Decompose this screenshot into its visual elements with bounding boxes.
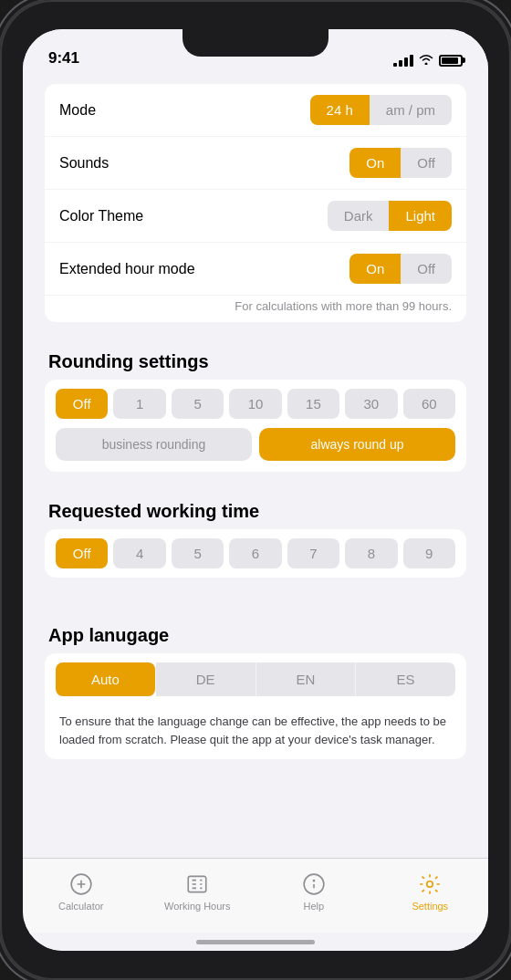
tab-help-label: Help: [303, 901, 324, 912]
language-card: Auto DE EN ES To ensure that the languag…: [45, 653, 466, 759]
theme-light-button[interactable]: Light: [389, 201, 452, 231]
lang-es-button[interactable]: ES: [356, 662, 455, 696]
notch: [182, 29, 328, 57]
rounding-card: Off 1 5 10 15 30 60 business rounding al…: [45, 380, 466, 472]
tab-calculator-label: Calculator: [58, 901, 104, 912]
signal-icon: [393, 55, 413, 67]
extended-hour-toggle-group: On Off: [349, 254, 452, 284]
svg-rect-1: [189, 876, 207, 891]
time-8-button[interactable]: 8: [345, 538, 397, 568]
round-1-button[interactable]: 1: [113, 389, 165, 419]
tab-help[interactable]: Help: [256, 868, 372, 915]
extended-off-button[interactable]: Off: [401, 254, 452, 284]
tab-bar: Calculator Working Hours: [23, 858, 488, 933]
phone-frame: 9:41: [0, 0, 511, 980]
working-hours-icon: [184, 871, 210, 897]
screen: 9:41: [23, 29, 488, 951]
rounding-type-row: business rounding always round up: [45, 428, 466, 472]
rounding-header: Rounding settings: [45, 337, 466, 380]
time-6-button[interactable]: 6: [229, 538, 281, 568]
business-rounding-button[interactable]: business rounding: [56, 428, 252, 461]
time-9-button[interactable]: 9: [403, 538, 455, 568]
rounding-values-row: Off 1 5 10 15 30 60: [45, 380, 466, 428]
lang-en-button[interactable]: EN: [256, 662, 357, 696]
sounds-toggle-group: On Off: [349, 148, 452, 178]
mode-ampm-button[interactable]: am / pm: [370, 95, 452, 125]
requested-time-card: Off 4 5 6 7 8 9: [45, 529, 466, 578]
time-7-button[interactable]: 7: [287, 538, 339, 568]
requested-time-header: Requested working time: [45, 486, 466, 529]
extended-on-button[interactable]: On: [349, 254, 401, 284]
tab-working-hours-label: Working Hours: [164, 901, 231, 912]
round-15-button[interactable]: 15: [287, 389, 339, 419]
round-10-button[interactable]: 10: [229, 389, 281, 419]
lang-auto-button[interactable]: Auto: [56, 662, 156, 696]
mode-toggle-group: 24 h am / pm: [310, 95, 452, 125]
tab-settings-label: Settings: [412, 901, 448, 912]
round-5-button[interactable]: 5: [172, 389, 224, 419]
requested-time-values-row: Off 4 5 6 7 8 9: [45, 529, 466, 578]
sounds-row: Sounds On Off: [45, 137, 466, 190]
language-note: To ensure that the language change can b…: [45, 705, 466, 759]
calculator-icon: [68, 871, 94, 897]
mode-row: Mode 24 h am / pm: [45, 84, 466, 137]
always-round-up-button[interactable]: always round up: [259, 428, 455, 461]
color-theme-row: Color Theme Dark Light: [45, 190, 466, 243]
home-indicator: [23, 933, 488, 951]
round-30-button[interactable]: 30: [345, 389, 397, 419]
language-header: App lanugage: [45, 610, 466, 653]
main-content: Mode 24 h am / pm Sounds On Off: [23, 75, 488, 858]
sounds-on-button[interactable]: On: [349, 148, 401, 178]
svg-point-3: [313, 881, 314, 881]
mode-label: Mode: [59, 102, 96, 119]
round-off-button[interactable]: Off: [56, 389, 108, 419]
sounds-label: Sounds: [59, 155, 109, 172]
color-theme-toggle-group: Dark Light: [328, 201, 452, 231]
help-icon: [301, 871, 327, 897]
home-bar: [196, 940, 315, 944]
theme-dark-button[interactable]: Dark: [328, 201, 390, 231]
tab-calculator[interactable]: Calculator: [23, 868, 140, 915]
language-options-row: Auto DE EN ES: [45, 653, 466, 705]
wifi-icon: [419, 53, 433, 68]
sounds-off-button[interactable]: Off: [401, 148, 452, 178]
time-off-button[interactable]: Off: [56, 538, 108, 568]
time-5-button[interactable]: 5: [172, 538, 224, 568]
status-icons: [393, 53, 463, 68]
lang-de-button[interactable]: DE: [156, 662, 256, 696]
extended-hour-note: For calculations with more than 99 hours…: [45, 296, 466, 322]
color-theme-label: Color Theme: [59, 208, 143, 224]
tab-settings[interactable]: Settings: [372, 868, 489, 915]
general-settings-card: Mode 24 h am / pm Sounds On Off: [45, 84, 466, 322]
tab-working-hours[interactable]: Working Hours: [140, 868, 256, 915]
extended-hour-label: Extended hour mode: [59, 261, 195, 277]
battery-icon: [439, 55, 463, 67]
extended-hour-row: Extended hour mode On Off: [45, 243, 466, 296]
settings-icon: [417, 871, 443, 897]
round-60-button[interactable]: 60: [403, 389, 455, 419]
time-4-button[interactable]: 4: [113, 538, 165, 568]
svg-point-4: [427, 881, 433, 888]
status-time: 9:41: [48, 49, 79, 68]
mode-24h-button[interactable]: 24 h: [310, 95, 370, 125]
